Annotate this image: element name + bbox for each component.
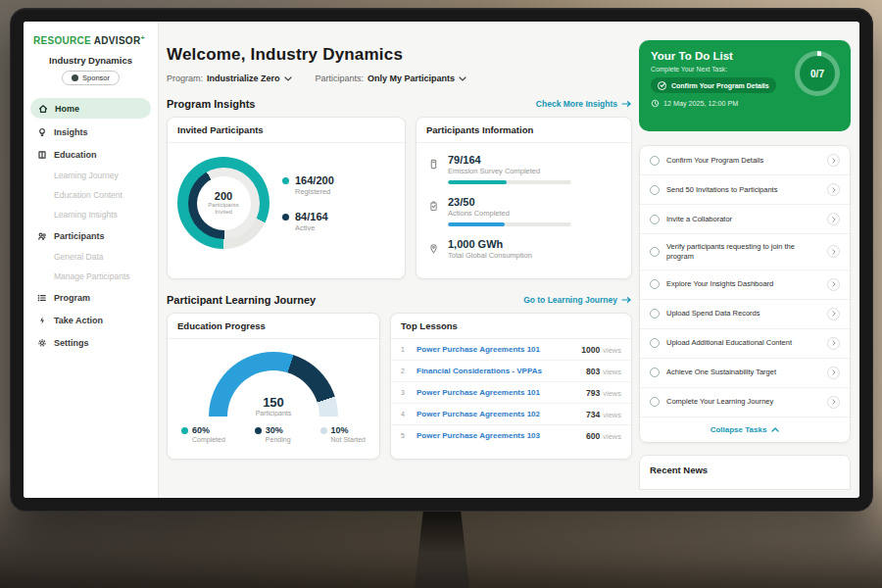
stat-emission-survey: 79/164 Emission Survey Completed [428, 154, 619, 184]
task-label: Complete Your Learning Journey [666, 397, 820, 407]
clipboard-icon [428, 198, 439, 226]
task-label: Confirm Your Program Details [666, 156, 820, 166]
participants-select[interactable]: Participants: Only My Participants [316, 74, 467, 83]
legend-value: 164/200 [295, 174, 334, 186]
sidebar-item-program[interactable]: Program [24, 286, 158, 309]
chevron-right-icon[interactable] [827, 213, 840, 225]
top-lessons-card: Top Lessons 1 Power Purchase Agreements … [390, 313, 632, 460]
legend-dot [255, 427, 262, 434]
link-label: Go to Learning Journey [523, 295, 617, 305]
home-icon [38, 104, 48, 114]
legend-label: Registered [295, 187, 334, 196]
legend-label: Active [295, 223, 328, 232]
collapse-tasks-button[interactable]: Collapse Tasks [640, 417, 850, 442]
chevron-right-icon[interactable] [827, 308, 840, 320]
task-row[interactable]: Explore Your Insights Dashboard [640, 270, 850, 300]
legend-value: 30% [266, 425, 283, 435]
checkbox-icon[interactable] [650, 309, 660, 318]
next-task-pill[interactable]: Confirm Your Program Details [651, 77, 776, 93]
program-select[interactable]: Program: Industrialize Zero [167, 74, 292, 83]
lesson-link[interactable]: Power Purchase Agreements 102 [416, 410, 578, 418]
checkbox-icon[interactable] [650, 279, 660, 289]
chevron-right-icon[interactable] [827, 154, 840, 167]
legend-value: 10% [331, 425, 349, 435]
legend-label: Pending [266, 436, 291, 443]
checkbox-icon[interactable] [650, 247, 660, 257]
task-row[interactable]: Achieve One Sustainability Target [640, 359, 850, 388]
task-row[interactable]: Confirm Your Program Details [640, 146, 850, 175]
check-more-insights-link[interactable]: Check More Insights [536, 99, 632, 109]
sidebar-item-label: Insights [54, 127, 88, 137]
card-title: Education Progress [168, 314, 379, 339]
list-icon [37, 293, 47, 303]
stat-value: 79/164 [448, 154, 571, 166]
go-to-learning-journey-link[interactable]: Go to Learning Journey [523, 295, 632, 305]
section-title: Program Insights [167, 98, 255, 110]
task-row[interactable]: Invite a Collaborator [640, 205, 850, 234]
legend-item-pending: 30% Pending [255, 425, 291, 443]
sidebar-item-education-content[interactable]: Education Content [24, 185, 158, 205]
meter-icon [428, 156, 439, 184]
stat-value: 23/50 [448, 196, 571, 208]
program-insights-header: Program Insights Check More Insights [167, 98, 632, 110]
chevron-right-icon[interactable] [827, 183, 840, 196]
lesson-rank: 1 [401, 346, 409, 353]
participants-information-card: Participants Information 79/164 Emission… [416, 117, 632, 279]
sidebar-item-insights[interactable]: Insights [24, 121, 158, 143]
sidebar-item-participants[interactable]: Participants [24, 224, 158, 247]
chevron-right-icon[interactable] [827, 367, 840, 379]
chevron-right-icon[interactable] [827, 337, 840, 350]
checkbox-icon[interactable] [650, 156, 660, 166]
legend-label: Not Started [331, 436, 366, 443]
sidebar-item-take-action[interactable]: Take Action [24, 309, 158, 331]
sidebar-item-label: Take Action [54, 316, 103, 325]
stat-value: 1,000 GWh [448, 238, 532, 250]
checkbox-icon[interactable] [650, 215, 660, 224]
lesson-rank: 2 [401, 368, 409, 374]
screen: RESOURCE ADVISOR+ Industry Dynamics Spon… [24, 22, 859, 498]
task-row[interactable]: Upload Spend Data Records [640, 300, 850, 329]
task-label: Invite a Collaborator [666, 215, 820, 224]
checkbox-icon[interactable] [650, 368, 660, 377]
chevron-right-icon[interactable] [827, 396, 840, 409]
lesson-rank: 4 [401, 411, 409, 417]
invited-participants-card: Invited Participants 200 Participants In… [167, 117, 406, 279]
checkbox-icon[interactable] [650, 338, 660, 348]
sidebar-item-home[interactable]: Home [30, 98, 151, 119]
lesson-views: 1000 [581, 345, 600, 355]
views-suffix: views [603, 432, 621, 441]
checkbox-icon[interactable] [650, 185, 660, 195]
chevron-down-icon [459, 76, 466, 81]
sidebar-item-manage-participants[interactable]: Manage Participants [24, 267, 158, 286]
task-row[interactable]: Upload Additional Educational Content [640, 329, 850, 359]
sidebar-item-settings[interactable]: Settings [24, 331, 158, 354]
sidebar-item-learning-insights[interactable]: Learning Insights [24, 205, 158, 224]
lesson-link[interactable]: Power Purchase Agreements 101 [416, 345, 573, 354]
legend-item-active: 84/164 Active [282, 211, 334, 232]
sidebar-item-learning-journey[interactable]: Learning Journey [24, 166, 158, 185]
lesson-row: 4 Power Purchase Agreements 102 734views [391, 404, 631, 425]
actions-progress-bar [448, 222, 571, 226]
page-title: Welcome, Industry Dynamics [167, 45, 632, 65]
collapse-tasks-label: Collapse Tasks [710, 425, 767, 434]
task-row[interactable]: Send 50 Invitations to Participants [640, 175, 850, 205]
sidebar-item-label: Learning Insights [54, 210, 118, 220]
lesson-views: 803 [586, 367, 600, 376]
lesson-link[interactable]: Power Purchase Agreements 101 [416, 388, 578, 397]
gauge-center-label: Participants [209, 410, 338, 416]
chevron-right-icon[interactable] [827, 278, 840, 291]
sidebar-item-general-data[interactable]: General Data [24, 247, 158, 267]
lightbulb-icon [37, 127, 47, 137]
lesson-link[interactable]: Financial Considerations - VPPAs [416, 367, 578, 375]
sidebar-item-education[interactable]: Education [24, 143, 158, 166]
todo-summary-card: Your To Do List Complete Your Next Task:… [639, 40, 851, 131]
sidebar-item-label: Manage Participants [54, 271, 130, 281]
chevron-right-icon[interactable] [827, 245, 840, 258]
task-row[interactable]: Complete Your Learning Journey [640, 388, 850, 417]
card-title: Participants Information [416, 118, 631, 143]
lesson-link[interactable]: Power Purchase Agreements 103 [416, 431, 578, 440]
learning-cards-row: Education Progress 150 Participants 60% … [167, 313, 632, 460]
sidebar-item-label: Education [54, 150, 97, 160]
task-row[interactable]: Verify participants requesting to join t… [640, 234, 850, 270]
checkbox-icon[interactable] [650, 397, 660, 407]
